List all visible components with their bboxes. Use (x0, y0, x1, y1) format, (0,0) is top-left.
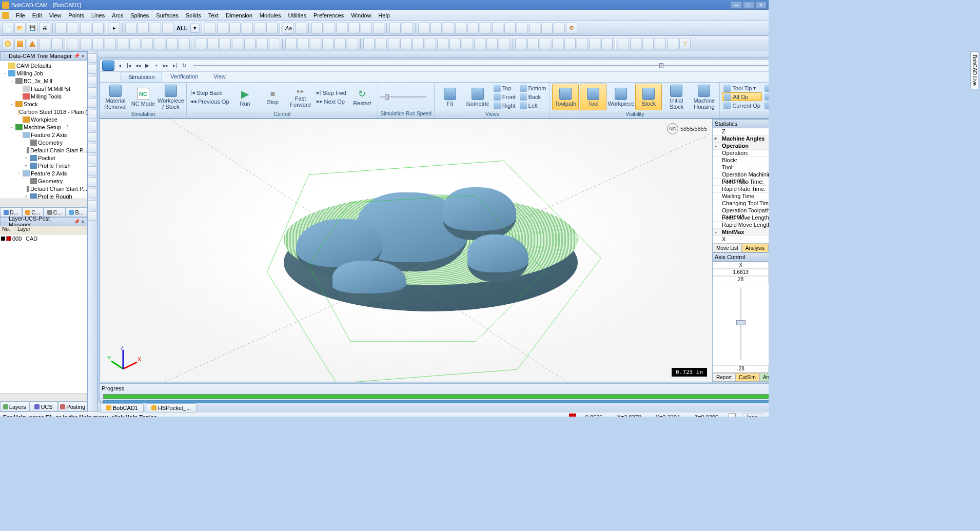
ribbon-rew-icon[interactable]: ◂◂ (134, 62, 142, 70)
cylinder-icon[interactable] (39, 38, 50, 49)
tree-item[interactable]: Default Chain Start P... (0, 185, 87, 192)
solid-icon[interactable] (129, 38, 141, 49)
view-icon[interactable] (335, 38, 346, 49)
view-icon[interactable] (195, 38, 206, 49)
snap-icon[interactable] (449, 38, 461, 49)
tab-ucs[interactable]: UCS (29, 402, 58, 411)
menu-dimension[interactable]: Dimension (222, 11, 256, 19)
tb-icon[interactable] (554, 23, 565, 34)
menu-arcs[interactable]: Arcs (108, 11, 127, 19)
vtool-icon[interactable] (88, 65, 97, 74)
3d-viewport[interactable]: NC 5855/5855 0.723 in X Y Z (100, 119, 712, 382)
snap-icon[interactable] (363, 38, 375, 49)
ribbon-play-icon[interactable]: ▶ (143, 62, 151, 70)
tab-movelist[interactable]: Move List (713, 244, 742, 252)
tb-icon[interactable] (162, 23, 173, 34)
tb-icon[interactable] (455, 23, 466, 34)
snap-icon[interactable] (400, 38, 411, 49)
solid-icon[interactable] (117, 38, 128, 49)
tab-cutsim[interactable]: CutSim (735, 373, 759, 382)
previous-op-button[interactable]: ◂◂Previous Op (189, 97, 231, 106)
misc-icon[interactable] (618, 38, 629, 49)
tb-icon[interactable] (418, 23, 429, 34)
view-icon[interactable] (298, 38, 309, 49)
misc-icon[interactable] (552, 38, 563, 49)
snap-icon[interactable] (499, 38, 510, 49)
tb-icon[interactable] (217, 23, 228, 34)
misc-icon[interactable] (589, 38, 600, 49)
solid-icon[interactable] (154, 38, 165, 49)
currentop-toggle[interactable]: Current Op (722, 101, 761, 110)
tb-icon[interactable] (348, 23, 360, 34)
menu-surfaces[interactable]: Surfaces (152, 11, 182, 19)
progress-bar[interactable] (103, 394, 769, 399)
misc-icon[interactable] (642, 38, 654, 49)
tab-layers[interactable]: Layers (0, 402, 29, 411)
misc-icon[interactable] (601, 38, 613, 49)
tb-icon[interactable] (242, 23, 253, 34)
view-icon[interactable] (269, 38, 280, 49)
solid-icon[interactable] (80, 38, 91, 49)
vtool-icon[interactable] (88, 155, 97, 164)
tb-icon[interactable] (266, 23, 278, 34)
vtool-icon[interactable] (88, 166, 97, 175)
vtool-icon[interactable] (88, 200, 97, 209)
restart-button[interactable]: ↻Restart (349, 84, 376, 110)
vis-initial-stock-button[interactable]: Initial Stock (663, 84, 690, 110)
view-icon[interactable] (232, 38, 243, 49)
close-button[interactable]: ✕ (755, 2, 767, 9)
select-all-label[interactable]: ALL (174, 25, 189, 31)
snap-icon[interactable] (425, 38, 436, 49)
vtool-icon[interactable] (88, 53, 97, 63)
gear-icon[interactable]: ⚙ (566, 23, 577, 34)
ribbon-app-button[interactable] (102, 61, 114, 71)
tree-item[interactable]: Geometry (0, 177, 87, 185)
misc-icon[interactable] (515, 38, 526, 49)
tree-item[interactable]: -BC_3x_Mill (0, 77, 87, 85)
menu-window[interactable]: Window (347, 11, 375, 19)
paste-button[interactable] (80, 23, 91, 34)
solid-icon[interactable] (68, 38, 79, 49)
view-back-button[interactable]: Back (518, 93, 548, 102)
maximize-button[interactable]: □ (743, 2, 754, 9)
view-bottom-button[interactable]: Bottom (518, 84, 548, 93)
nc-mode-button[interactable]: NCNC Mode (130, 84, 156, 110)
cut-button[interactable] (55, 23, 67, 34)
layer-col-no[interactable]: No. (0, 226, 15, 234)
tb-icon[interactable] (443, 23, 454, 34)
menu-file[interactable]: File (12, 11, 29, 19)
misc-icon[interactable] (655, 38, 666, 49)
misc-icon[interactable] (630, 38, 641, 49)
menu-text[interactable]: Text (205, 11, 222, 19)
tab-report[interactable]: Report (713, 373, 735, 382)
fit-button[interactable]: Fit (437, 84, 463, 110)
vis-stock-button[interactable]: Stock (635, 84, 662, 110)
snap-icon[interactable] (376, 38, 387, 49)
cam-tree[interactable]: CAM Defaults-Milling Job-BC_3x_MillHaasT… (0, 61, 87, 199)
tab-analysis[interactable]: Analysis (742, 244, 768, 252)
misc-icon[interactable] (577, 38, 588, 49)
tree-item[interactable]: +Profile Finish (0, 162, 87, 169)
snap-icon[interactable] (413, 38, 424, 49)
tab-verification[interactable]: Verification (163, 72, 205, 82)
menu-help[interactable]: Help (375, 11, 394, 19)
ribbon-ff-icon[interactable]: ▸▸ (162, 62, 170, 70)
menu-splines[interactable]: Splines (127, 11, 152, 19)
dropdown-icon[interactable]: ▾ (190, 24, 200, 33)
tb-icon[interactable] (138, 23, 149, 34)
view-front-button[interactable]: Front (492, 93, 517, 102)
tree-item[interactable]: +Pocket (0, 154, 87, 162)
tb-icon[interactable] (125, 23, 136, 34)
tab-simulation[interactable]: Simulation (121, 72, 162, 82)
menu-app-icon[interactable] (2, 12, 9, 19)
doc-tab[interactable]: BobCAD1 (101, 403, 144, 412)
copy-button[interactable] (68, 23, 79, 34)
cone-icon[interactable] (27, 38, 38, 49)
cube-icon[interactable] (14, 38, 26, 49)
view-right-button[interactable]: Right (492, 102, 517, 110)
solid-icon[interactable] (142, 38, 153, 49)
tree-item[interactable]: -Machine Setup - 1 (0, 123, 87, 131)
tb-icon[interactable] (541, 23, 553, 34)
step-fwd-button[interactable]: ▸|Step Fwd (315, 88, 348, 97)
misc-icon[interactable] (667, 38, 678, 49)
